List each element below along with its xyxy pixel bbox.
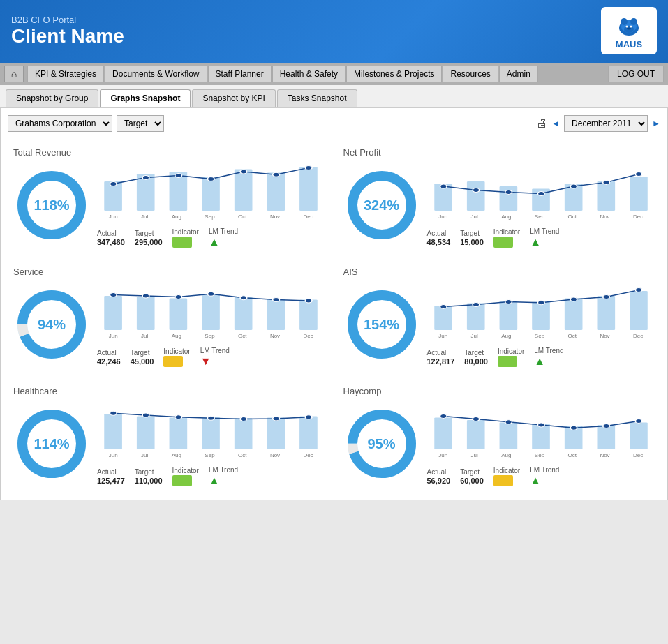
chart-stats-3: JunJulAugSepOctNovDec Actual 122,817 Tar… <box>427 281 655 368</box>
indicator-label-1: Indicator <box>493 228 520 236</box>
lm-trend-label-2: LM Trend <box>200 347 230 354</box>
month-label: Nov <box>600 333 609 339</box>
kpi-body-4: 114% JunJulAugSepOctNovDec Actual 125,47… <box>13 400 325 487</box>
actual-value-1: 48,534 <box>427 238 451 246</box>
svg-rect-15 <box>235 170 253 211</box>
svg-point-20 <box>175 174 182 178</box>
nav-documents-workflow[interactable]: Documents & Workflow <box>105 66 207 82</box>
nav-resources[interactable]: Resources <box>443 66 498 82</box>
month-label: Sep <box>205 333 214 339</box>
prev-month-button[interactable]: ◄ <box>551 119 560 128</box>
trend-stat-4: LM Trend ▲ <box>209 466 238 487</box>
month-label: Jul <box>471 452 478 458</box>
month-label: Sep <box>535 333 544 339</box>
header-subtitle: B2B CFO Portal <box>11 15 124 25</box>
svg-rect-104 <box>630 423 648 450</box>
lm-trend-label-5: LM Trend <box>530 466 559 474</box>
tab-snapshot-by-group[interactable]: Snapshot by Group <box>6 89 98 107</box>
company-select[interactable]: Grahams Corporation <box>8 115 112 132</box>
next-month-button[interactable]: ► <box>652 119 660 128</box>
svg-rect-17 <box>299 167 318 211</box>
kpi-body-1: 324% JunJulAugSepOctNovDec Actual 48,534 <box>343 162 655 248</box>
mini-chart-0: JunJulAugSepOctNovDec <box>97 162 325 225</box>
actual-label-5: Actual <box>427 468 451 476</box>
kpi-title-5: Haycomp <box>343 386 655 396</box>
nav-kpi-strategies[interactable]: KPI & Strategies <box>27 66 104 82</box>
svg-point-111 <box>635 419 642 423</box>
svg-point-41 <box>635 172 642 177</box>
indicator-stat-3: Indicator <box>498 347 524 367</box>
nav-milestones-projects[interactable]: Milestones & Projects <box>346 66 442 82</box>
logout-button[interactable]: LOG OUT <box>608 66 664 82</box>
svg-rect-83 <box>202 417 220 449</box>
svg-point-92 <box>273 417 280 421</box>
svg-rect-86 <box>299 416 318 449</box>
stats-row-1: Actual 48,534 Target 15,000 Indicator LM… <box>427 227 655 248</box>
tab-graphs-snapshot[interactable]: Graphs Snapshot <box>100 89 191 107</box>
svg-point-75 <box>602 294 609 299</box>
kpi-title-0: Total Revenue <box>13 147 325 158</box>
month-label: Jun <box>109 452 118 458</box>
month-select[interactable]: December 2011 <box>564 115 648 132</box>
target-value-3: 80,000 <box>464 357 488 366</box>
chart-stats-5: JunJulAugSepOctNovDec Actual 56,920 Targ… <box>427 400 655 487</box>
svg-point-40 <box>602 180 609 184</box>
svg-point-2 <box>621 18 628 25</box>
print-button[interactable]: 🖨 <box>536 117 547 130</box>
svg-point-58 <box>273 298 280 302</box>
month-label: Oct <box>568 333 577 339</box>
svg-point-37 <box>505 190 512 194</box>
nav-admin[interactable]: Admin <box>499 66 538 82</box>
svg-rect-101 <box>532 424 550 449</box>
month-label: Jun <box>438 333 447 339</box>
kpi-title-3: AIS <box>343 267 655 277</box>
svg-point-6 <box>630 25 632 27</box>
target-label-5: Target <box>460 468 484 476</box>
donut-chart-0: 118% <box>13 167 90 244</box>
svg-point-7 <box>627 27 631 29</box>
svg-point-55 <box>175 294 182 299</box>
svg-point-57 <box>240 296 247 300</box>
tab-snapshot-by-kpi[interactable]: Snapshot by KPI <box>192 89 275 107</box>
svg-rect-99 <box>466 420 484 449</box>
home-button[interactable]: ⌂ <box>4 66 24 82</box>
nav-staff-planner[interactable]: Staff Planner <box>208 66 272 82</box>
month-label: Oct <box>568 452 577 458</box>
stats-row-2: Actual 42,246 Target 45,000 Indicator LM… <box>97 347 325 368</box>
lm-trend-label-1: LM Trend <box>530 227 559 235</box>
kpi-card-5: Haycomp 95% JunJulAugSepOctNovDec <box>338 380 661 493</box>
month-label: Aug <box>501 214 511 220</box>
svg-rect-85 <box>267 418 285 450</box>
month-label: Jun <box>109 214 118 220</box>
month-label: Nov <box>600 214 609 220</box>
donut-chart-3: 154% <box>343 286 420 363</box>
filter-select[interactable]: Target <box>117 115 164 132</box>
svg-point-73 <box>537 301 544 305</box>
indicator-stat-2: Indicator <box>163 347 190 367</box>
svg-point-38 <box>537 192 544 196</box>
svg-point-21 <box>207 177 214 181</box>
actual-stat-1: Actual 48,534 <box>427 230 451 246</box>
donut-label-3: 154% <box>364 317 399 333</box>
indicator-box-2 <box>163 356 183 367</box>
trend-stat-2: LM Trend ▼ <box>200 347 230 368</box>
header-left: B2B CFO Portal Client Name <box>11 15 124 47</box>
actual-label-0: Actual <box>97 230 125 237</box>
kpi-body-5: 95% JunJulAugSepOctNovDec Actual 56,920 <box>343 400 655 487</box>
chart-month-labels-3: JunJulAugSepOctNovDec <box>427 333 655 339</box>
mini-chart-1: JunJulAugSepOctNovDec <box>427 162 655 225</box>
target-stat-5: Target 60,000 <box>460 468 484 485</box>
indicator-stat-1: Indicator <box>493 228 520 248</box>
month-label: Dec <box>633 333 643 339</box>
trend-arrow-2: ▼ <box>200 355 230 368</box>
svg-rect-64 <box>466 304 484 331</box>
svg-point-56 <box>207 292 214 296</box>
kpi-grid: Total Revenue 118% JunJulAugSepOctNovDec <box>8 142 660 493</box>
svg-point-106 <box>473 417 480 421</box>
actual-value-2: 42,246 <box>97 357 121 366</box>
chart-stats-4: JunJulAugSepOctNovDec Actual 125,477 Tar… <box>97 400 325 487</box>
nav-health-safety[interactable]: Health & Safety <box>272 66 346 82</box>
month-label: Aug <box>172 214 181 220</box>
tab-tasks-snapshot[interactable]: Tasks Snapshot <box>277 89 357 107</box>
svg-point-90 <box>207 416 214 420</box>
